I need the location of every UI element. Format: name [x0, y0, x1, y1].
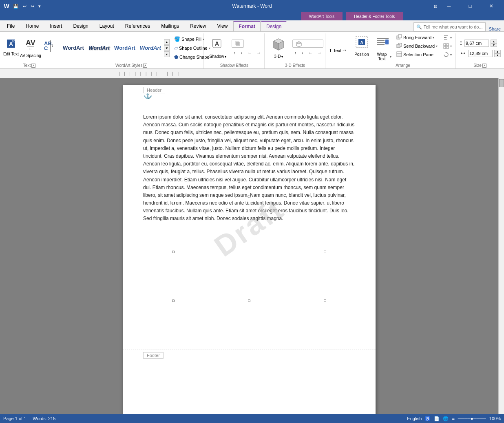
text-direction-button[interactable]: AB C ↕ — [41, 33, 57, 61]
handle-ml[interactable] — [172, 251, 175, 253]
wordart-style-2[interactable]: WordArt — [86, 38, 112, 57]
help-search-bar[interactable]: 🔍 Tell me what you want to do... — [413, 22, 486, 31]
align-dropdown[interactable]: ▾ — [450, 36, 452, 40]
document-scroll-area[interactable]: ⚓ Header Draft — [0, 78, 498, 423]
send-backward-dropdown[interactable]: ▾ — [436, 44, 438, 48]
zoom-slider[interactable]: ────●──── — [458, 416, 486, 421]
layer-controls: Bring Forward ▾ Send Backward ▾ — [394, 33, 440, 59]
shadow-on-off-button[interactable] — [232, 40, 244, 48]
wordart-tools-label: WordArt Tools — [301, 12, 343, 20]
zoom-percent[interactable]: 100% — [489, 416, 501, 421]
tab-references[interactable]: References — [120, 21, 155, 31]
view-outline[interactable]: ≡ — [452, 416, 454, 421]
accessibility-indicator[interactable]: ♿ — [425, 416, 431, 421]
below-footer — [123, 362, 376, 374]
tab-layout[interactable]: Layout — [94, 21, 119, 31]
send-backward-icon — [396, 43, 402, 49]
tab-file[interactable]: File — [2, 21, 20, 31]
handle-mr[interactable] — [324, 251, 326, 253]
gallery-scroll-down[interactable]: ▼ — [164, 45, 170, 51]
wordart-style-3[interactable]: WordArt — [112, 38, 137, 57]
height-spin-down[interactable]: ▼ — [491, 43, 497, 47]
save-qa-button[interactable]: 💾 — [12, 3, 20, 10]
arrange-group: A Position — [350, 33, 456, 68]
undo-qa-button[interactable]: ↩ — [22, 3, 27, 10]
tab-insert[interactable]: Insert — [44, 21, 67, 31]
tab-mailings[interactable]: Mailings — [156, 21, 184, 31]
align-button[interactable]: ▾ — [441, 33, 454, 42]
ribbon-display-btn[interactable]: ⊡ — [434, 4, 437, 9]
shadow-nudge-left[interactable]: ← — [245, 48, 254, 57]
word-icon[interactable]: W — [3, 3, 10, 9]
handle-bl[interactable] — [172, 300, 175, 302]
close-button[interactable]: ✕ — [482, 0, 501, 12]
width-spin-down[interactable]: ▼ — [494, 53, 501, 57]
threed-dropdown[interactable]: ▾ — [281, 55, 283, 59]
page-info: Page 1 of 1 — [3, 416, 26, 421]
threed-tilt-left[interactable]: ← — [306, 48, 314, 57]
tab-review[interactable]: Review — [185, 21, 211, 31]
svg-rect-36 — [444, 35, 448, 36]
threed-tilt-up[interactable]: ↑ — [292, 48, 298, 57]
gallery-scroll-more[interactable]: ▾ — [164, 51, 170, 57]
send-backward-button[interactable]: Send Backward ▾ — [394, 42, 440, 50]
header-label: Header — [143, 87, 165, 93]
position-button[interactable]: A Position — [352, 33, 371, 61]
text-wrap-dropdown[interactable]: ~▾ — [343, 48, 346, 52]
view-normal[interactable]: 📄 — [434, 416, 440, 421]
scrollbar-thumb[interactable] — [499, 79, 504, 87]
shadow-nudge-down[interactable]: ↓ — [239, 48, 245, 57]
tab-format[interactable]: Format — [233, 21, 261, 31]
svg-text:A: A — [360, 40, 363, 45]
group-button[interactable]: ▾ — [441, 42, 454, 50]
rotate-button[interactable]: ▾ — [441, 51, 454, 59]
wrap-text-button[interactable]: Wrap Text ▾ — [373, 33, 393, 61]
gallery-scroll-up[interactable]: ▲ — [164, 39, 170, 45]
text-wrap-btn[interactable]: T Text ~▾ — [327, 46, 348, 55]
edit-text-button[interactable]: A BC Edit Text — [2, 33, 20, 61]
tab-design-ctx[interactable]: Design — [261, 21, 287, 31]
group-dropdown[interactable]: ▾ — [450, 44, 452, 48]
wordart-gallery-items: WordArt WordArt WordArt WordArt — [61, 38, 163, 58]
bring-forward-dropdown[interactable]: ▾ — [433, 36, 434, 40]
customize-qa-button[interactable]: ▾ — [38, 3, 42, 10]
shadow-effects-button[interactable]: A Shadow ▾ — [206, 34, 230, 62]
threed-toggle-icon — [295, 40, 302, 47]
handle-br[interactable] — [324, 300, 326, 302]
rotate-dropdown[interactable]: ▾ — [450, 53, 452, 57]
bring-forward-button[interactable]: Bring Forward ▾ — [394, 33, 440, 42]
share-button[interactable]: Share — [489, 26, 501, 31]
threed-tilt-down[interactable]: ↓ — [299, 48, 305, 57]
width-input[interactable] — [468, 50, 493, 57]
threed-on-off[interactable] — [292, 40, 323, 48]
height-input[interactable] — [464, 40, 489, 47]
height-spin-up[interactable]: ▲ — [491, 40, 497, 43]
language-indicator[interactable]: English — [407, 416, 422, 421]
view-web[interactable]: 🌐 — [443, 416, 449, 421]
wrap-text-dropdown[interactable]: ▾ — [390, 55, 391, 59]
size-group-expand[interactable]: ↗ — [482, 64, 486, 68]
tab-view[interactable]: View — [212, 21, 233, 31]
shadow-nudge-up[interactable]: ↑ — [232, 48, 238, 57]
right-scrollbar[interactable] — [498, 78, 504, 423]
handle-bm[interactable] — [248, 300, 250, 302]
threed-effects-group: 3-D ▾ ↑ ↓ — [265, 33, 325, 68]
wordart-styles-expand[interactable]: ↗ — [143, 64, 147, 68]
width-spin-up[interactable]: ▲ — [494, 50, 501, 53]
threed-label: 3-D — [274, 54, 281, 59]
shadow-nudge-right[interactable]: → — [254, 48, 263, 57]
maximize-button[interactable]: □ — [461, 0, 480, 12]
redo-qa-button[interactable]: ↪ — [30, 3, 35, 10]
text-group-expand[interactable]: ↗ — [31, 64, 35, 68]
tab-design[interactable]: Design — [68, 21, 93, 31]
selection-pane-button[interactable]: Selection Pane — [394, 51, 440, 59]
wordart-style-1[interactable]: WordArt — [61, 38, 86, 57]
threed-effects-button[interactable]: 3-D ▾ — [266, 34, 291, 62]
tab-home[interactable]: Home — [20, 21, 44, 31]
av-spacing-button[interactable]: AV ↔ AV Spacing — [21, 33, 40, 61]
shadow-effects-group-label: Shadow Effects — [220, 63, 248, 68]
wordart-style-4[interactable]: WordArt — [138, 38, 163, 57]
shadow-effects-dropdown[interactable]: ▾ — [225, 55, 226, 59]
threed-tilt-right[interactable]: → — [315, 48, 323, 57]
minimize-button[interactable]: ─ — [440, 0, 458, 12]
